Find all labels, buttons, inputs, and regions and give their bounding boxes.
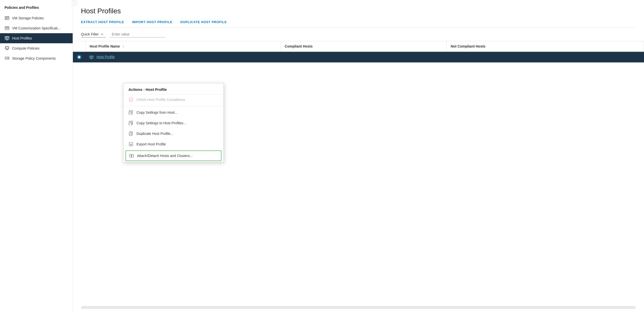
sidebar-item-host-profiles[interactable]: Host Profiles: [0, 33, 73, 43]
import-host-profile-link[interactable]: IMPORT HOST PROFILE: [132, 20, 172, 27]
sidebar-item-compute-policies[interactable]: Compute Policies: [0, 43, 73, 53]
copy-to-icon: [128, 121, 133, 126]
row-radio-button[interactable]: [77, 55, 81, 59]
context-menu-title: Actions - Host Profile: [123, 83, 223, 94]
host-profile-icon: [5, 36, 10, 41]
svg-rect-18: [5, 57, 9, 58]
svg-rect-39: [129, 132, 132, 136]
table-container: Host Profile Name ↑ Compliant Hosts Not …: [73, 41, 644, 304]
col-select: [73, 41, 85, 52]
attach-icon: [129, 153, 134, 158]
compute-policy-icon: [5, 46, 10, 51]
quick-filter-select[interactable]: Quick Filter: [81, 31, 106, 37]
main-header: Host Profiles EXTRACT HOST PROFILE IMPOR…: [73, 0, 644, 28]
menu-item-attach-detach[interactable]: Attach/Detach Hosts and Clusters...: [125, 150, 221, 161]
row-select-cell[interactable]: [73, 52, 85, 63]
menu-item-copy-to-profiles[interactable]: Copy Settings to Host Profiles...: [123, 118, 223, 128]
page-title: Host Profiles: [81, 7, 636, 15]
svg-rect-9: [6, 37, 9, 37]
menu-divider: [123, 106, 223, 106]
menu-item-label: Check Host Profile Compliance: [136, 98, 185, 102]
customization-icon: [5, 26, 10, 31]
col-compliant[interactable]: Compliant Hosts: [281, 41, 446, 52]
col-not-compliant[interactable]: Not Compliant Hosts: [446, 41, 644, 52]
action-bar: EXTRACT HOST PROFILE IMPORT HOST PROFILE…: [81, 20, 636, 28]
filter-bar: Quick Filter: [73, 28, 644, 41]
col-name[interactable]: Host Profile Name ↑: [85, 41, 281, 52]
export-icon: [128, 142, 133, 147]
duplicate-host-profile-link[interactable]: DUPLICATE HOST PROFILE: [180, 20, 227, 27]
table-row[interactable]: Host Profile: [73, 52, 644, 63]
row-icon: [89, 55, 95, 59]
scrollbar[interactable]: [81, 306, 636, 309]
duplicate-icon: [128, 131, 133, 136]
svg-rect-15: [6, 47, 8, 49]
host-profiles-table: Host Profile Name ↑ Compliant Hosts Not …: [73, 41, 644, 63]
storage-components-icon: [5, 56, 10, 61]
extract-host-profile-link[interactable]: EXTRACT HOST PROFILE: [81, 20, 124, 27]
svg-point-20: [8, 57, 8, 58]
svg-rect-19: [5, 58, 9, 59]
menu-item-duplicate-profile[interactable]: Duplicate Host Profile...: [123, 128, 223, 139]
menu-item-copy-from-host[interactable]: Copy Settings from Host...: [123, 107, 223, 118]
sidebar-item-label: Storage Policy Components: [12, 56, 56, 60]
table-header-row: Host Profile Name ↑ Compliant Hosts Not …: [73, 41, 644, 52]
menu-item-label: Export Host Profile: [136, 142, 166, 146]
sidebar: ‹ Policies and Profiles VM Storage Polic…: [0, 0, 73, 311]
chevron-down-icon: [100, 32, 104, 36]
sidebar-item-storage-policy-components[interactable]: Storage Policy Components: [0, 53, 73, 63]
menu-item-label: Copy Settings to Host Profiles...: [136, 121, 186, 125]
menu-item-label: Duplicate Host Profile...: [136, 132, 173, 136]
menu-item-label: Copy Settings from Host...: [136, 110, 177, 114]
compliance-check-icon: [128, 97, 133, 102]
sidebar-section-title: Policies and Profiles: [0, 0, 73, 13]
sort-asc-icon: ↑: [122, 45, 124, 48]
context-menu: Actions - Host Profile Check Host Profil…: [123, 83, 224, 162]
row-not-compliant-cell: [446, 52, 644, 63]
sidebar-collapse-button[interactable]: ‹: [72, 0, 77, 6]
sidebar-item-label: VM Storage Policies: [12, 16, 44, 20]
menu-item-label: Attach/Detach Hosts and Clusters...: [137, 154, 193, 158]
svg-rect-5: [6, 27, 7, 28]
host-profile-name-link[interactable]: Host Profile: [97, 55, 115, 59]
sidebar-item-label: VM Customization Specificati...: [12, 26, 61, 30]
sidebar-item-label: Host Profiles: [12, 36, 32, 40]
svg-rect-23: [90, 56, 93, 57]
menu-item-export-profile[interactable]: Export Host Profile: [123, 139, 223, 149]
menu-item-check-compliance[interactable]: Check Host Profile Compliance: [123, 94, 223, 105]
svg-rect-1: [6, 17, 9, 18]
row-name-cell: Host Profile: [85, 52, 281, 63]
svg-point-21: [8, 59, 8, 59]
sidebar-item-label: Compute Policies: [12, 46, 39, 50]
sidebar-item-vm-storage-policies[interactable]: VM Storage Policies: [0, 13, 73, 23]
row-compliant-cell: [281, 52, 446, 63]
quick-filter-label: Quick Filter: [81, 32, 99, 36]
copy-from-icon: [128, 110, 133, 115]
filter-value-input[interactable]: [110, 31, 165, 37]
sidebar-item-vm-customization[interactable]: VM Customization Specificati...: [0, 23, 73, 33]
svg-rect-6: [8, 27, 9, 28]
storage-policy-icon: [5, 16, 10, 21]
